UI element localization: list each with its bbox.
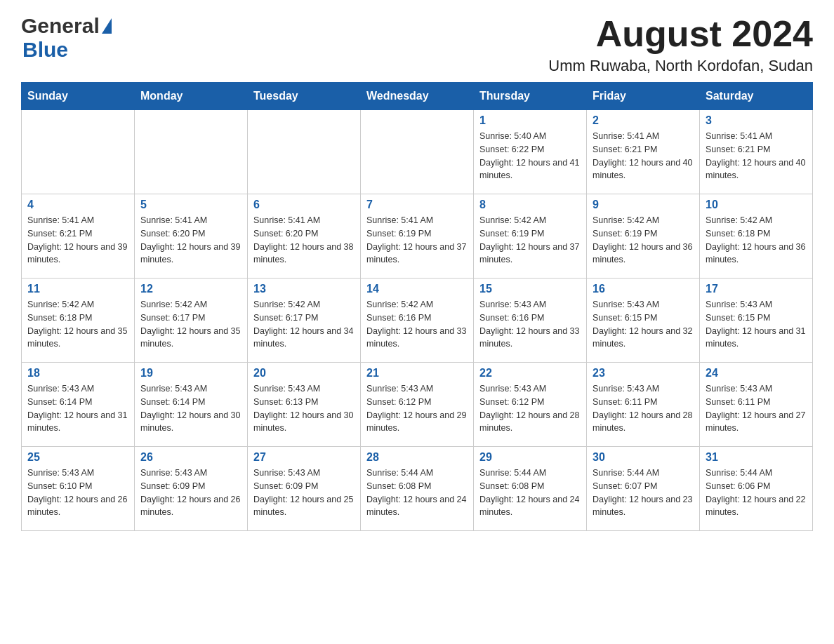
day-number: 6 (253, 199, 355, 211)
day-info: Sunrise: 5:42 AMSunset: 6:18 PMDaylight:… (27, 298, 128, 351)
day-info: Sunrise: 5:42 AMSunset: 6:19 PMDaylight:… (479, 214, 581, 267)
calendar-day-cell: 13Sunrise: 5:42 AMSunset: 6:17 PMDayligh… (248, 279, 361, 363)
calendar-day-cell: 4Sunrise: 5:41 AMSunset: 6:21 PMDaylight… (22, 194, 135, 279)
logo: General Blue (21, 14, 112, 62)
day-number: 10 (706, 199, 807, 211)
calendar-day-cell: 2Sunrise: 5:41 AMSunset: 6:21 PMDaylight… (587, 110, 700, 194)
calendar-week-row: 18Sunrise: 5:43 AMSunset: 6:14 PMDayligh… (22, 363, 813, 447)
day-info: Sunrise: 5:43 AMSunset: 6:14 PMDaylight:… (27, 382, 128, 435)
day-info: Sunrise: 5:42 AMSunset: 6:17 PMDaylight:… (253, 298, 355, 351)
day-info: Sunrise: 5:44 AMSunset: 6:08 PMDaylight:… (479, 467, 581, 519)
day-info: Sunrise: 5:43 AMSunset: 6:10 PMDaylight:… (27, 467, 128, 519)
day-number: 5 (140, 199, 241, 211)
day-info: Sunrise: 5:44 AMSunset: 6:07 PMDaylight:… (593, 467, 694, 519)
day-info: Sunrise: 5:43 AMSunset: 6:12 PMDaylight:… (366, 382, 468, 435)
day-info: Sunrise: 5:41 AMSunset: 6:19 PMDaylight:… (366, 214, 468, 267)
calendar-day-cell: 5Sunrise: 5:41 AMSunset: 6:20 PMDaylight… (135, 194, 248, 279)
day-number: 4 (27, 199, 128, 211)
weekday-header-friday: Friday (587, 83, 700, 110)
page-header: General Blue August 2024 Umm Ruwaba, Nor… (21, 14, 813, 75)
calendar-week-row: 11Sunrise: 5:42 AMSunset: 6:18 PMDayligh… (22, 279, 813, 363)
calendar-day-cell: 19Sunrise: 5:43 AMSunset: 6:14 PMDayligh… (135, 363, 248, 447)
day-number: 13 (253, 283, 355, 295)
weekday-header-sunday: Sunday (22, 83, 135, 110)
calendar-day-cell: 15Sunrise: 5:43 AMSunset: 6:16 PMDayligh… (474, 279, 587, 363)
day-info: Sunrise: 5:41 AMSunset: 6:20 PMDaylight:… (253, 214, 355, 267)
day-number: 23 (593, 367, 694, 380)
day-number: 27 (253, 451, 355, 464)
calendar-day-cell: 28Sunrise: 5:44 AMSunset: 6:08 PMDayligh… (361, 447, 474, 531)
calendar-day-cell: 7Sunrise: 5:41 AMSunset: 6:19 PMDaylight… (361, 194, 474, 279)
calendar-day-cell: 18Sunrise: 5:43 AMSunset: 6:14 PMDayligh… (22, 363, 135, 447)
day-info: Sunrise: 5:41 AMSunset: 6:21 PMDaylight:… (706, 130, 807, 182)
day-info: Sunrise: 5:40 AMSunset: 6:22 PMDaylight:… (479, 130, 581, 182)
day-info: Sunrise: 5:42 AMSunset: 6:19 PMDaylight:… (593, 214, 694, 267)
calendar-day-cell: 9Sunrise: 5:42 AMSunset: 6:19 PMDaylight… (587, 194, 700, 279)
day-number: 14 (366, 283, 468, 295)
day-number: 28 (366, 451, 468, 464)
calendar-day-cell: 23Sunrise: 5:43 AMSunset: 6:11 PMDayligh… (587, 363, 700, 447)
day-number: 7 (366, 199, 468, 211)
location-title: Umm Ruwaba, North Kordofan, Sudan (548, 57, 813, 75)
day-info: Sunrise: 5:43 AMSunset: 6:09 PMDaylight:… (140, 467, 241, 519)
calendar-day-cell: 12Sunrise: 5:42 AMSunset: 6:17 PMDayligh… (135, 279, 248, 363)
day-number: 30 (593, 451, 694, 464)
calendar-day-cell: 22Sunrise: 5:43 AMSunset: 6:12 PMDayligh… (474, 363, 587, 447)
calendar-day-cell: 6Sunrise: 5:41 AMSunset: 6:20 PMDaylight… (248, 194, 361, 279)
day-number: 16 (593, 283, 694, 295)
day-number: 1 (479, 114, 581, 127)
logo-blue-text: Blue (22, 38, 112, 62)
day-info: Sunrise: 5:43 AMSunset: 6:13 PMDaylight:… (253, 382, 355, 435)
weekday-header-tuesday: Tuesday (248, 83, 361, 110)
calendar-day-cell: 11Sunrise: 5:42 AMSunset: 6:18 PMDayligh… (22, 279, 135, 363)
day-number: 29 (479, 451, 581, 464)
calendar-day-cell (22, 110, 135, 194)
day-info: Sunrise: 5:43 AMSunset: 6:15 PMDaylight:… (706, 298, 807, 351)
calendar-week-row: 25Sunrise: 5:43 AMSunset: 6:10 PMDayligh… (22, 447, 813, 531)
calendar-day-cell: 14Sunrise: 5:42 AMSunset: 6:16 PMDayligh… (361, 279, 474, 363)
day-number: 25 (27, 451, 128, 464)
calendar-week-row: 1Sunrise: 5:40 AMSunset: 6:22 PMDaylight… (22, 110, 813, 194)
day-number: 9 (593, 199, 694, 211)
day-info: Sunrise: 5:42 AMSunset: 6:18 PMDaylight:… (706, 214, 807, 267)
day-number: 8 (479, 199, 581, 211)
day-info: Sunrise: 5:41 AMSunset: 6:21 PMDaylight:… (593, 130, 694, 182)
calendar-day-cell: 29Sunrise: 5:44 AMSunset: 6:08 PMDayligh… (474, 447, 587, 531)
day-info: Sunrise: 5:41 AMSunset: 6:20 PMDaylight:… (140, 214, 241, 267)
calendar-day-cell: 26Sunrise: 5:43 AMSunset: 6:09 PMDayligh… (135, 447, 248, 531)
calendar-day-cell: 20Sunrise: 5:43 AMSunset: 6:13 PMDayligh… (248, 363, 361, 447)
day-number: 17 (706, 283, 807, 295)
calendar-day-cell: 16Sunrise: 5:43 AMSunset: 6:15 PMDayligh… (587, 279, 700, 363)
day-number: 11 (27, 283, 128, 295)
logo-general-text: General (21, 14, 100, 38)
calendar-day-cell (248, 110, 361, 194)
calendar-table: SundayMondayTuesdayWednesdayThursdayFrid… (21, 82, 813, 531)
day-number: 26 (140, 451, 241, 464)
day-number: 20 (253, 367, 355, 380)
day-info: Sunrise: 5:43 AMSunset: 6:15 PMDaylight:… (593, 298, 694, 351)
calendar-day-cell (135, 110, 248, 194)
logo-line1: General (21, 14, 112, 38)
calendar-day-cell: 3Sunrise: 5:41 AMSunset: 6:21 PMDaylight… (700, 110, 813, 194)
day-number: 24 (706, 367, 807, 380)
calendar-day-cell: 31Sunrise: 5:44 AMSunset: 6:06 PMDayligh… (700, 447, 813, 531)
day-info: Sunrise: 5:42 AMSunset: 6:17 PMDaylight:… (140, 298, 241, 351)
day-info: Sunrise: 5:43 AMSunset: 6:16 PMDaylight:… (479, 298, 581, 351)
day-number: 3 (706, 114, 807, 127)
day-number: 12 (140, 283, 241, 295)
day-number: 31 (706, 451, 807, 464)
day-info: Sunrise: 5:43 AMSunset: 6:14 PMDaylight:… (140, 382, 241, 435)
day-info: Sunrise: 5:44 AMSunset: 6:08 PMDaylight:… (366, 467, 468, 519)
day-info: Sunrise: 5:43 AMSunset: 6:12 PMDaylight:… (479, 382, 581, 435)
day-number: 15 (479, 283, 581, 295)
weekday-header-saturday: Saturday (700, 83, 813, 110)
day-number: 2 (593, 114, 694, 127)
calendar-day-cell: 24Sunrise: 5:43 AMSunset: 6:11 PMDayligh… (700, 363, 813, 447)
calendar-day-cell: 10Sunrise: 5:42 AMSunset: 6:18 PMDayligh… (700, 194, 813, 279)
calendar-day-cell: 30Sunrise: 5:44 AMSunset: 6:07 PMDayligh… (587, 447, 700, 531)
day-number: 18 (27, 367, 128, 380)
calendar-day-cell (361, 110, 474, 194)
calendar-day-cell: 1Sunrise: 5:40 AMSunset: 6:22 PMDaylight… (474, 110, 587, 194)
weekday-header-wednesday: Wednesday (361, 83, 474, 110)
weekday-header-monday: Monday (135, 83, 248, 110)
